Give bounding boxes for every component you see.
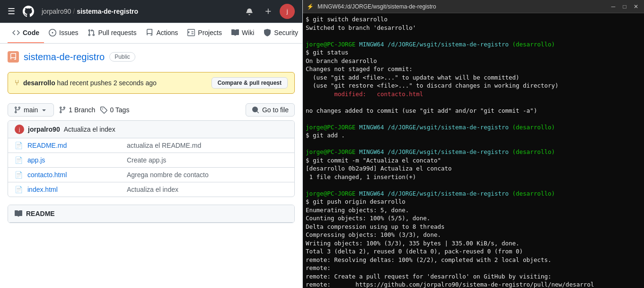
nav-projects[interactable]: Projects bbox=[183, 23, 227, 43]
nav-issues-label: Issues bbox=[59, 29, 78, 36]
github-logo[interactable] bbox=[21, 4, 36, 19]
repo-title[interactable]: sistema-de-registro bbox=[24, 52, 105, 63]
branch-row: main 1 Branch 0 Tags Go to file bbox=[0, 99, 302, 120]
readme-label: README bbox=[26, 210, 55, 217]
repo-nav: Code Issues Pull requests Actions Projec… bbox=[0, 23, 302, 44]
breadcrumb-repo[interactable]: sistema-de-registro bbox=[77, 8, 138, 15]
alert-text: desarrollo had recent pushes 2 seconds a… bbox=[23, 79, 157, 87]
file-table-header: j jorpalro90 Actualiza el index bbox=[8, 121, 294, 138]
branch-name: main bbox=[24, 106, 38, 114]
nav-wiki-label: Wiki bbox=[242, 29, 254, 36]
table-row: 📄 contacto.html Agrega nombre de contact… bbox=[8, 168, 294, 182]
terminal-title-text: MINGW64:/d/JORGE/wsgit/sistema-de-regist… bbox=[318, 3, 605, 10]
file-icon: 📄 bbox=[15, 156, 23, 164]
commit-author-name[interactable]: jorpalro90 bbox=[28, 126, 60, 133]
terminal-body[interactable]: $ git switch desarrollo Switched to bran… bbox=[303, 13, 644, 288]
file-commit: Actualiza el index bbox=[127, 186, 288, 193]
compare-button[interactable]: Compare & pull request bbox=[212, 77, 288, 89]
goto-file-label: Go to file bbox=[262, 106, 289, 114]
hamburger-menu[interactable]: ☰ bbox=[8, 6, 15, 17]
maximize-button[interactable]: □ bbox=[620, 2, 629, 11]
breadcrumb-user[interactable]: jorpalro90 bbox=[42, 8, 71, 15]
branch-selector[interactable]: main bbox=[8, 103, 54, 117]
file-icon: 📄 bbox=[15, 142, 23, 149]
nav-wiki[interactable]: Wiki bbox=[227, 23, 259, 43]
table-row: 📄 index.html Actualiza el index bbox=[8, 182, 294, 197]
nav-pullrequests[interactable]: Pull requests bbox=[83, 23, 141, 43]
file-name[interactable]: index.html bbox=[27, 186, 122, 193]
readme-header: README bbox=[8, 205, 294, 223]
table-row: 📄 app.js Create app.js bbox=[8, 153, 294, 168]
nav-pr-label: Pull requests bbox=[98, 29, 136, 36]
repo-header: sistema-de-registro Public bbox=[0, 44, 302, 66]
file-name[interactable]: contacto.html bbox=[27, 171, 122, 179]
goto-file-button[interactable]: Go to file bbox=[246, 103, 295, 117]
minimize-button[interactable]: ─ bbox=[609, 2, 618, 11]
file-name[interactable]: README.md bbox=[27, 142, 122, 149]
commit-message[interactable]: Actualiza el index bbox=[64, 126, 115, 133]
file-commit: Agrega nombre de contacto bbox=[127, 171, 288, 179]
nav-security-label: Security bbox=[274, 29, 298, 36]
nav-actions[interactable]: Actions bbox=[141, 23, 183, 43]
topbar: ☰ jorpalro90 / sistema-de-registro j bbox=[0, 0, 302, 23]
nav-code-label: Code bbox=[23, 29, 39, 36]
github-panel: ☰ jorpalro90 / sistema-de-registro j bbox=[0, 0, 303, 288]
terminal-controls: ─ □ ✕ bbox=[609, 2, 640, 11]
terminal-content: $ git switch desarrollo Switched to bran… bbox=[306, 15, 641, 288]
branch-icon: ⑂ bbox=[15, 79, 19, 87]
tag-count-label: 0 Tags bbox=[110, 106, 129, 114]
tag-count[interactable]: 0 Tags bbox=[100, 106, 129, 114]
table-row: 📄 README.md actualiza el README.md bbox=[8, 138, 294, 153]
alert-branch: desarrollo bbox=[23, 79, 55, 87]
alert-message: had recent pushes 2 seconds ago bbox=[57, 79, 157, 87]
commit-avatar: j bbox=[15, 125, 24, 134]
file-commit: actualiza el README.md bbox=[127, 142, 288, 149]
breadcrumb-separator: / bbox=[73, 8, 75, 15]
terminal-title-icon: ⚡ bbox=[307, 3, 314, 10]
branch-count-label: 1 Branch bbox=[69, 106, 95, 114]
nav-actions-label: Actions bbox=[156, 29, 178, 36]
file-icon: 📄 bbox=[15, 186, 23, 193]
avatar[interactable]: j bbox=[280, 4, 295, 19]
readme-section: README bbox=[8, 205, 295, 223]
terminal-panel: ⚡ MINGW64:/d/JORGE/wsgit/sistema-de-regi… bbox=[303, 0, 644, 288]
branch-count[interactable]: 1 Branch bbox=[59, 106, 95, 114]
terminal-titlebar: ⚡ MINGW64:/d/JORGE/wsgit/sistema-de-regi… bbox=[303, 0, 644, 13]
breadcrumb: jorpalro90 / sistema-de-registro bbox=[42, 8, 138, 15]
file-name[interactable]: app.js bbox=[27, 156, 122, 164]
close-button[interactable]: ✕ bbox=[632, 2, 640, 11]
alert-banner: ⑂ desarrollo had recent pushes 2 seconds… bbox=[8, 72, 295, 94]
topbar-right: j bbox=[242, 4, 295, 19]
nav-issues[interactable]: Issues bbox=[44, 23, 83, 43]
notifications-icon[interactable] bbox=[242, 4, 257, 19]
file-table: j jorpalro90 Actualiza el index 📄 README… bbox=[8, 120, 295, 197]
nav-projects-label: Projects bbox=[198, 29, 222, 36]
nav-security[interactable]: Security bbox=[259, 23, 302, 43]
file-commit: Create app.js bbox=[127, 156, 288, 164]
repo-icon bbox=[8, 51, 19, 63]
commit-author-row: j jorpalro90 Actualiza el index bbox=[15, 125, 115, 134]
visibility-badge: Public bbox=[109, 52, 135, 62]
plus-icon[interactable] bbox=[261, 4, 276, 19]
nav-code[interactable]: Code bbox=[8, 23, 44, 43]
file-icon: 📄 bbox=[15, 171, 23, 179]
